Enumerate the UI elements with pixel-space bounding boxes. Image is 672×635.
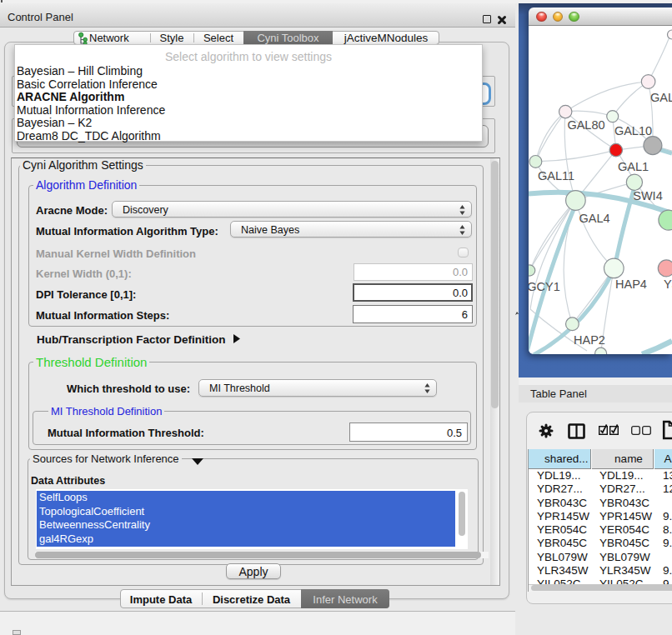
svg-text:HAP2: HAP2 xyxy=(574,333,605,347)
svg-text:GAL4: GAL4 xyxy=(579,212,609,225)
svg-text:GAL80: GAL80 xyxy=(567,118,604,132)
svg-text:GAL11: GAL11 xyxy=(538,169,574,182)
svg-text:GCY1: GCY1 xyxy=(529,280,560,293)
svg-text:GAL1: GAL1 xyxy=(618,160,649,173)
svg-text:HAP4: HAP4 xyxy=(615,278,647,291)
svg-text:YJ: YJ xyxy=(664,278,672,291)
svg-text:GAL2: GAL2 xyxy=(650,91,672,104)
svg-text:SWI4: SWI4 xyxy=(633,189,662,202)
svg-text:GAL10: GAL10 xyxy=(614,124,652,138)
